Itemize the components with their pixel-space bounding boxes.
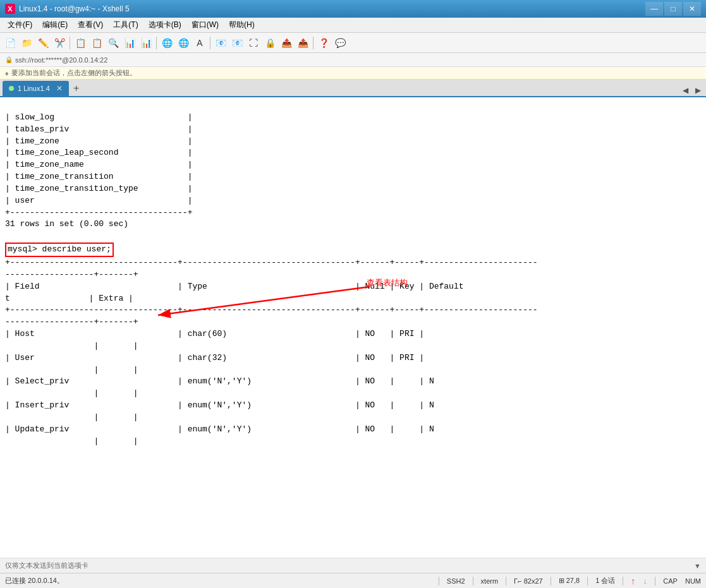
- window-controls[interactable]: — □ ✕: [645, 2, 701, 16]
- tab-prev-button[interactable]: ◀: [679, 85, 691, 96]
- download-arrow-icon: ↓: [643, 576, 647, 586]
- terminal-content: | slow_log | | tables_priv | | time_zone…: [5, 100, 701, 471]
- tab-status-dot: [9, 86, 14, 91]
- address-text: ssh://root:******@20.0.0.14:22: [15, 56, 107, 64]
- tb-btn13[interactable]: 📧: [213, 35, 228, 51]
- annotation-text: 查看表结构: [367, 277, 408, 289]
- tb-btn8[interactable]: 📊: [122, 35, 137, 51]
- send-bar: 仅将文本发送到当前选项卡 ▼: [0, 558, 706, 573]
- status-sep1: [439, 577, 439, 585]
- terminal[interactable]: | slow_log | | tables_priv | | time_zone…: [0, 97, 706, 558]
- pos-indicator: ⊞ 27,8: [559, 577, 580, 585]
- info-icon: ♦: [5, 69, 9, 77]
- toolbar: 📄 📁 ✏️ ✂️ 📋 📋 🔍 📊 📊 🌐 🌐 A 📧 📧 ⛶ 🔒 📤 📤 ❓ …: [0, 33, 706, 53]
- status-sep7: [655, 577, 655, 585]
- toolbar-sep4: [313, 37, 313, 49]
- tb-btn15[interactable]: ⛶: [246, 35, 261, 51]
- tb-btn3[interactable]: ✏️: [35, 35, 51, 51]
- tb-btn10[interactable]: 🌐: [159, 35, 174, 51]
- status-sep2: [473, 577, 473, 585]
- menu-view[interactable]: 查看(V): [73, 18, 108, 32]
- menu-help[interactable]: 帮助(H): [224, 18, 260, 32]
- status-sep3: [506, 577, 506, 585]
- tb-btn9[interactable]: 📊: [138, 35, 154, 51]
- connection-status: 已连接 20.0.0.14。: [5, 576, 64, 585]
- info-bar: ♦ 要添加当前会话，点击左侧的箭头按钮。: [0, 67, 706, 80]
- tab-bar: 1 Linux1.4 ✕ + ◀ ▶: [0, 80, 706, 97]
- tb-btn4[interactable]: ✂️: [52, 35, 67, 51]
- upload-arrow-icon: ↑: [631, 576, 635, 586]
- tb-btn18[interactable]: 📤: [295, 35, 310, 51]
- status-sep6: [623, 577, 623, 585]
- num-indicator: NUM: [685, 577, 701, 585]
- new-button[interactable]: 📄: [3, 35, 18, 51]
- close-button[interactable]: ✕: [683, 2, 701, 16]
- menu-edit[interactable]: 编辑(E): [37, 18, 73, 32]
- xterm-indicator: xterm: [481, 577, 499, 585]
- tb-btn16[interactable]: 🔒: [262, 35, 277, 51]
- address-bar: 🔒 ssh://root:******@20.0.0.14:22: [0, 53, 706, 67]
- tb-btn5[interactable]: 📋: [73, 35, 88, 51]
- menu-bar: 文件(F) 编辑(E) 查看(V) 工具(T) 选项卡(B) 窗口(W) 帮助(…: [0, 18, 706, 33]
- tab-navigation: ◀ ▶: [679, 85, 703, 96]
- sessions-indicator: 1 会话: [595, 576, 615, 585]
- toolbar-sep2: [156, 37, 157, 49]
- tab-linux14[interactable]: 1 Linux1.4 ✕: [3, 81, 69, 96]
- tb-btn14[interactable]: 📧: [229, 35, 245, 51]
- terminal-wrapper: | slow_log | | tables_priv | | time_zone…: [0, 97, 706, 558]
- send-bar-right: ▼: [694, 562, 701, 570]
- toolbar-sep1: [70, 37, 70, 49]
- maximize-button[interactable]: □: [664, 2, 682, 16]
- tb-btn11[interactable]: 🌐: [176, 35, 191, 51]
- describe-command-box: mysql> describe user;: [5, 243, 114, 257]
- open-button[interactable]: 📁: [19, 35, 34, 51]
- status-sep4: [551, 577, 551, 585]
- table-border-top: +----------------------------------+----…: [5, 258, 538, 446]
- menu-tabs[interactable]: 选项卡(B): [143, 18, 186, 32]
- app-icon: X: [5, 4, 15, 14]
- tab-label: 1 Linux1.4: [18, 85, 50, 92]
- tab-next-button[interactable]: ▶: [692, 85, 703, 96]
- status-sep5: [587, 577, 588, 585]
- status-bar: 已连接 20.0.0.14。 SSH2 xterm Γ⌐ 82x27 ⊞ 27,…: [0, 573, 706, 588]
- line-slow-log: | slow_log | | tables_priv | | time_zone…: [5, 112, 192, 229]
- ssh-indicator: SSH2: [447, 577, 465, 585]
- tb-btn6[interactable]: 📋: [89, 35, 104, 51]
- menu-file[interactable]: 文件(F): [3, 18, 37, 32]
- send-bar-text: 仅将文本发送到当前选项卡: [5, 561, 88, 570]
- tb-btn17[interactable]: 📤: [279, 35, 294, 51]
- cap-indicator: CAP: [663, 577, 678, 585]
- info-text: 要添加当前会话，点击左侧的箭头按钮。: [11, 68, 137, 78]
- menu-tools[interactable]: 工具(T): [108, 18, 143, 32]
- tb-btn20[interactable]: 💬: [332, 35, 348, 51]
- window-title: Linux1.4 - root@gw4:~ - Xshell 5: [19, 4, 130, 13]
- mysql-command-line: mysql> describe user;: [5, 244, 114, 254]
- tb-btn19[interactable]: ❓: [316, 35, 331, 51]
- toolbar-sep3: [210, 37, 210, 49]
- status-right: SSH2 xterm Γ⌐ 82x27 ⊞ 27,8 1 会话 ↑ ↓ CAP …: [439, 576, 701, 586]
- tab-add-button[interactable]: +: [69, 81, 84, 96]
- minimize-button[interactable]: —: [645, 2, 663, 16]
- tb-btn12[interactable]: A: [192, 35, 207, 51]
- tb-btn7[interactable]: 🔍: [106, 35, 121, 51]
- tab-close-icon[interactable]: ✕: [56, 84, 63, 93]
- menu-window[interactable]: 窗口(W): [186, 18, 224, 32]
- title-bar: X Linux1.4 - root@gw4:~ - Xshell 5 — □ ✕: [0, 0, 706, 18]
- size-indicator: Γ⌐ 82x27: [514, 577, 543, 585]
- lock-icon: 🔒: [5, 56, 13, 63]
